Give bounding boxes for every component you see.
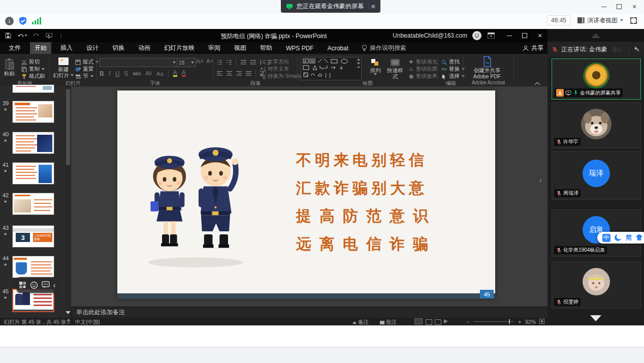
ime-moon-icon[interactable] — [614, 234, 622, 241]
tab-wps-pdf[interactable]: WPS PDF — [281, 43, 318, 53]
reading-view-button[interactable] — [435, 319, 441, 325]
thumbnail-slide-44[interactable] — [12, 256, 54, 278]
layout-grid-icon[interactable] — [19, 281, 26, 289]
grow-font-icon[interactable]: A˄ — [196, 58, 204, 65]
section-button[interactable]: 节 — [75, 73, 93, 80]
ime-lang-button[interactable]: 中 — [602, 234, 610, 242]
tab-design[interactable]: 设计 — [82, 42, 103, 54]
zoom-out-button[interactable]: − — [466, 319, 469, 325]
align-text-button[interactable]: 对齐文本 — [260, 66, 289, 73]
shape-outline-button[interactable]: 形状轮廓 — [408, 66, 437, 73]
pop-out-arrow-icon[interactable] — [632, 46, 639, 52]
font-size-select[interactable]: 18 — [177, 58, 196, 67]
tab-acrobat[interactable]: Acrobat — [323, 43, 353, 53]
slideshow-view-button[interactable] — [444, 319, 448, 323]
cut-button[interactable]: 剪切 — [21, 58, 40, 66]
copy-button[interactable]: 复制 — [21, 66, 45, 73]
decrease-indent-icon[interactable] — [241, 59, 246, 65]
shadow-button[interactable]: S — [124, 70, 128, 77]
font-name-select[interactable] — [100, 58, 178, 67]
ppt-share-button[interactable]: 共享 — [523, 44, 543, 52]
comments-toggle-button[interactable]: 批注 — [380, 319, 397, 325]
tab-insert[interactable]: 插入 — [56, 42, 77, 54]
sidebar-scroll-down[interactable] — [548, 313, 644, 324]
create-pdf-button[interactable]: 创建并共享 Adobe PDF — [467, 56, 507, 79]
thumbnail-slide-41[interactable] — [12, 162, 54, 185]
ribbon-display-icon[interactable] — [488, 33, 495, 39]
layout-button[interactable]: 版式 — [75, 58, 99, 66]
notes-pane[interactable]: 单击此处添加备注 — [72, 307, 548, 318]
notes-toggle-button[interactable]: 备注 — [352, 319, 369, 325]
shape-fill-button[interactable]: 形状填充 — [408, 58, 437, 66]
fit-slide-button[interactable] — [539, 319, 544, 324]
info-icon[interactable]: i — [5, 17, 14, 25]
bold-button[interactable]: B — [100, 70, 104, 77]
slide-canvas[interactable]: 不明来电别轻信 汇款诈骗别大意 提高防范意识 远离电信诈骗 45 — [117, 90, 495, 299]
fullscreen-icon[interactable] — [630, 17, 637, 24]
tab-animations[interactable]: 动画 — [134, 42, 155, 54]
sidebar-collapse-up[interactable] — [548, 29, 644, 42]
shrink-font-icon[interactable]: A˅ — [206, 58, 213, 64]
new-slide-button[interactable]: 新建 幻灯片 — [53, 57, 74, 78]
language-status[interactable]: 中文(中国) — [75, 319, 100, 325]
change-case-button[interactable]: Aa — [156, 71, 163, 77]
tab-file[interactable]: 文件 — [4, 42, 25, 54]
emoji-icon[interactable] — [30, 281, 38, 289]
banner-menu-icon[interactable]: ≡ — [369, 3, 377, 10]
sorter-view-button[interactable] — [426, 319, 432, 325]
thumbnail-slide-40[interactable] — [12, 132, 54, 154]
replace-button[interactable]: ab替换 — [441, 66, 465, 73]
numbering-icon[interactable] — [227, 59, 232, 65]
thumbnail-scroll-down-icon[interactable] — [66, 311, 71, 314]
shapes-gallery[interactable]: A {} — [301, 57, 362, 80]
strikethrough-button[interactable]: abc — [133, 71, 141, 76]
highlight-button[interactable]: A — [173, 70, 177, 77]
thumbnail-scrollbar-thumb[interactable] — [66, 89, 70, 165]
bullets-icon[interactable] — [217, 59, 222, 65]
tab-review[interactable]: 审阅 — [204, 42, 225, 54]
tab-help[interactable]: 帮助 — [255, 42, 277, 54]
find-button[interactable]: 查找 — [441, 58, 460, 66]
tell-me-search[interactable]: 操作说明搜索 — [362, 44, 406, 52]
align-right-icon[interactable] — [236, 71, 242, 76]
ime-simplified-button[interactable]: 简 — [626, 233, 632, 242]
collapse-bar-icon[interactable]: ‹ — [53, 281, 56, 289]
thumbnail-slide-42[interactable] — [12, 193, 54, 215]
reset-button[interactable]: 重置 — [75, 66, 93, 73]
char-spacing-button[interactable]: AV — [145, 71, 152, 76]
justify-icon[interactable] — [246, 71, 251, 76]
shield-protect-icon[interactable] — [18, 16, 27, 25]
participant-tile[interactable]: 倪雯婷 — [552, 261, 641, 309]
ppt-minimize-button[interactable] — [502, 29, 517, 42]
zoom-in-button[interactable]: + — [518, 319, 521, 325]
participant-tile[interactable]: 瑞泽 周瑞泽 — [552, 151, 641, 200]
ime-skin-icon[interactable] — [635, 234, 643, 241]
text-direction-button[interactable]: 文字方向 — [260, 58, 289, 66]
format-painter-button[interactable]: 格式刷 — [21, 73, 45, 80]
shape-effects-button[interactable]: 形状效果 — [408, 73, 437, 80]
network-signal-icon[interactable] — [32, 17, 41, 24]
account-avatar[interactable]: U — [472, 31, 481, 40]
account-email[interactable]: UnbeatableChild@163.com — [393, 32, 467, 39]
participant-tile[interactable]: 许华宇 — [552, 102, 641, 148]
tab-home[interactable]: 开始 — [30, 42, 51, 54]
participant-tile-sharer[interactable]: 金伟豪的屏幕共享 — [552, 58, 641, 100]
align-left-icon[interactable] — [217, 71, 222, 76]
quick-styles-button[interactable]: 快速样式 — [385, 58, 405, 79]
chat-bubble-icon[interactable] — [42, 281, 50, 289]
smartart-button[interactable]: 转换为 SmartArt — [260, 73, 306, 80]
minimize-button[interactable] — [596, 0, 611, 13]
panel-collapse-chevron-icon[interactable]: › — [539, 175, 542, 184]
tab-transitions[interactable]: 切换 — [108, 42, 129, 54]
align-center-icon[interactable] — [227, 71, 232, 76]
close-button[interactable]: × — [627, 0, 642, 13]
tab-view[interactable]: 视图 — [230, 42, 251, 54]
ppt-restore-button[interactable] — [517, 29, 532, 42]
font-color-button[interactable]: A — [182, 70, 186, 77]
zoom-percent[interactable]: 92% — [525, 319, 536, 325]
restore-button[interactable] — [611, 0, 627, 13]
paste-button[interactable]: 粘贴 — [4, 58, 15, 76]
ppt-close-button[interactable]: × — [532, 29, 548, 42]
accessibility-icon[interactable] — [66, 319, 71, 324]
zoom-slider[interactable] — [473, 321, 514, 322]
